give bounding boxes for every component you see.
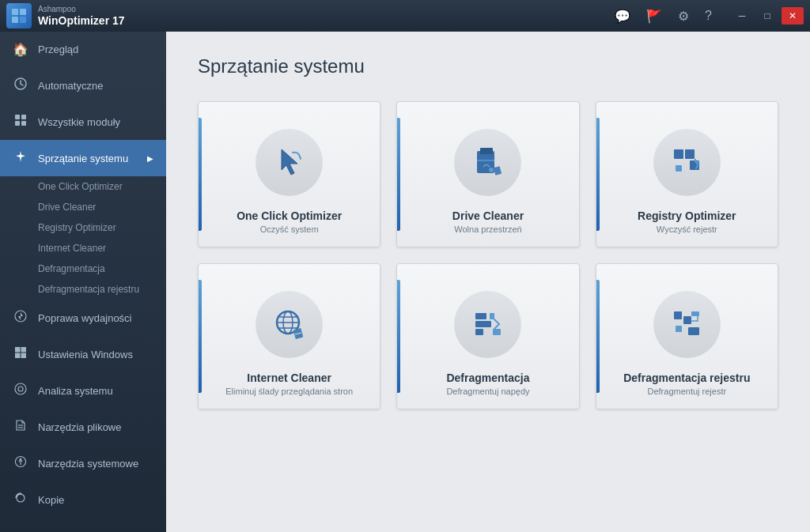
svg-rect-39 [475, 321, 491, 327]
card-icon-area-2 [410, 115, 566, 209]
sidebar-sub-drive-cleaner[interactable]: Drive Cleaner [0, 197, 166, 217]
svg-rect-12 [15, 353, 21, 359]
sidebar-label-kopie: Kopie [38, 494, 64, 506]
card-icon-area-4 [211, 277, 367, 372]
sparkle-icon [13, 150, 28, 166]
sidebar-label-sprzatanie: Sprzątanie systemu [38, 153, 128, 164]
sidebar-label-automatyczne: Automatyczne [38, 80, 103, 92]
sidebar-item-kopie[interactable]: Kopie [0, 481, 166, 518]
card-subtitle-4: Eliminuj ślady przeglądania stron [225, 387, 353, 396]
svg-rect-10 [15, 347, 21, 353]
svg-point-15 [18, 387, 23, 391]
card-title-2: Drive Cleaner [452, 209, 524, 222]
internet-icon [271, 305, 308, 343]
sidebar-item-narzedzia-plikowe[interactable]: Narzędzia plikowe [0, 409, 166, 445]
sidebar-label-przeglad: Przegląd [38, 43, 78, 55]
card-subtitle-2: Wolna przestrzeń [454, 224, 521, 234]
flag-icon[interactable]: 🚩 [643, 6, 665, 27]
minimize-button[interactable]: ─ [731, 7, 753, 25]
card-one-click-optimizer[interactable]: One Click Optimizer Oczyść system [198, 101, 380, 247]
card-icon-circle-1 [255, 129, 323, 196]
close-button[interactable]: ✕ [782, 7, 804, 25]
sidebar-label-analiza: Analiza systemu [38, 385, 113, 397]
settings-icon[interactable]: ⚙ [675, 6, 692, 27]
sidebar-sub-internet-cleaner[interactable]: Internet Cleaner [0, 238, 166, 258]
app-brand: Ashampoo [38, 5, 125, 14]
app-main-title: WinOptimizer 17 [38, 14, 125, 28]
svg-rect-3 [20, 17, 26, 23]
svg-rect-38 [475, 313, 486, 319]
app-title: Ashampoo WinOptimizer 17 [38, 5, 125, 28]
sidebar-label-ustawienia: Ustawienia Windows [38, 349, 133, 360]
sidebar-item-wszystkie[interactable]: Wszystkie moduły [0, 104, 166, 140]
sidebar-item-poprawa[interactable]: Poprawa wydajności [0, 300, 166, 336]
titlebar-left: Ashampoo WinOptimizer 17 [6, 3, 125, 28]
svg-rect-6 [21, 115, 26, 119]
system-tools-icon [13, 455, 28, 471]
card-icon-circle-2 [454, 129, 521, 196]
svg-rect-8 [21, 121, 26, 126]
card-title-1: One Click Optimizer [237, 209, 342, 222]
chat-icon[interactable]: 💬 [611, 6, 634, 27]
card-icon-circle-5 [454, 291, 521, 358]
sidebar-item-automatyczne[interactable]: Automatyczne [0, 67, 166, 104]
sidebar-item-sprzatanie[interactable]: Sprzątanie systemu ▶ [0, 140, 166, 176]
card-internet-cleaner[interactable]: Internet Cleaner Eliminuj ślady przegląd… [198, 263, 380, 409]
card-defragmentacja[interactable]: Defragmentacja Defragmentuj napędy [396, 263, 579, 409]
sidebar-label-poprawa: Poprawa wydajności [38, 312, 132, 324]
backup-icon [13, 492, 28, 507]
defrag-icon [469, 305, 507, 343]
svg-point-19 [17, 494, 25, 502]
clock-icon [13, 77, 28, 93]
sidebar-sub-defrag-rejestru[interactable]: Defragmentacja rejestru [0, 279, 166, 300]
home-icon: 🏠 [13, 42, 28, 57]
sidebar-item-ustawienia[interactable]: Ustawienia Windows [0, 336, 166, 372]
svg-rect-45 [676, 326, 682, 332]
maximize-button[interactable]: □ [756, 7, 778, 25]
card-title-6: Defragmentacja rejestru [623, 372, 750, 384]
svg-rect-21 [480, 148, 493, 154]
svg-rect-13 [21, 353, 27, 359]
card-icon-area-5 [410, 277, 566, 372]
sidebar-sub-registry-optimizer[interactable]: Registry Optimizer [0, 217, 166, 238]
sidebar-sub-one-click[interactable]: One Click Optimizer [0, 176, 166, 197]
sidebar-item-narzedzia-systemowe[interactable]: Narzędzia systemowe [0, 445, 166, 481]
sidebar: 🏠 Przegląd Automatyczne Wszystk [0, 32, 166, 532]
svg-rect-24 [494, 166, 502, 175]
titlebar-controls: 💬 🚩 ⚙ ? ─ □ ✕ [611, 6, 804, 27]
help-icon[interactable]: ? [702, 6, 715, 26]
svg-rect-11 [21, 347, 27, 353]
registry-icon [668, 143, 706, 181]
card-icon-area-1 [211, 115, 367, 209]
svg-rect-1 [20, 9, 26, 15]
sidebar-label-narzedzia-plikowe: Narzędzia plikowe [38, 421, 122, 433]
svg-rect-47 [691, 311, 699, 316]
page-title: Sprzątanie systemu [198, 55, 778, 77]
sidebar-item-przeglad[interactable]: 🏠 Przegląd [0, 32, 166, 67]
arrow-icon: ▶ [147, 154, 153, 163]
card-defragmentacja-rejestru[interactable]: Defragmentacja rejestru Defragmentuj rej… [596, 263, 778, 409]
card-registry-optimizer[interactable]: Registry Optimizer Wyczyść rejestr [596, 101, 778, 247]
sidebar-label-wszystkie: Wszystkie moduły [38, 116, 120, 128]
card-subtitle-1: Oczyść system [260, 224, 319, 234]
svg-rect-40 [475, 329, 483, 335]
card-subtitle-6: Defragmentuj rejestr [647, 387, 726, 396]
lightning-icon [13, 310, 28, 326]
svg-rect-41 [490, 313, 494, 319]
svg-rect-42 [493, 329, 501, 335]
svg-point-23 [489, 168, 494, 172]
titlebar: Ashampoo WinOptimizer 17 💬 🚩 ⚙ ? ─ □ ✕ [0, 0, 810, 32]
svg-rect-2 [12, 17, 18, 23]
svg-rect-0 [12, 9, 18, 15]
sidebar-sub-defragmentacja[interactable]: Defragmentacja [0, 258, 166, 279]
card-icon-circle-6 [653, 291, 721, 358]
content-area: Sprzątanie systemu One Click Optimizer O… [166, 32, 810, 532]
card-drive-cleaner[interactable]: Drive Cleaner Wolna przestrzeń [396, 101, 579, 247]
analyze-icon [13, 383, 28, 398]
svg-rect-7 [15, 121, 20, 126]
card-subtitle-3: Wyczyść rejestr [657, 224, 717, 234]
windows-icon [13, 346, 28, 362]
svg-rect-43 [674, 311, 682, 319]
sidebar-item-analiza[interactable]: Analiza systemu [0, 372, 166, 409]
file-tools-icon [13, 419, 28, 435]
